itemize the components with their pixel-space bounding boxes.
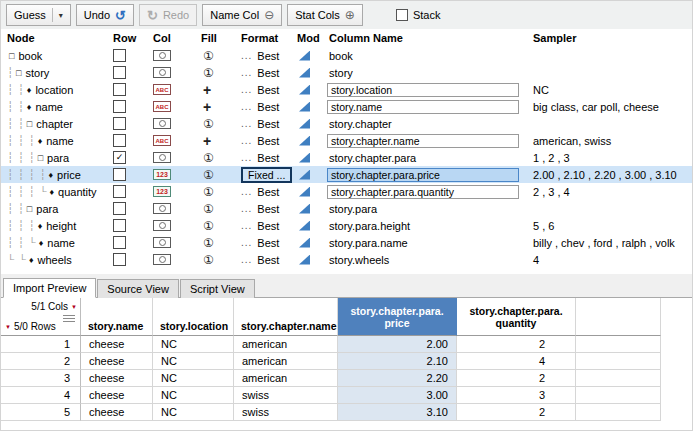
tree-row[interactable]: ┆ ┆ ┆□para ✓ ① ...Best story.chapter.par… — [1, 149, 692, 166]
row-checkbox[interactable] — [113, 49, 126, 62]
circle-one-icon[interactable]: ① — [203, 67, 214, 79]
continuous-modeling-type-icon[interactable] — [299, 136, 310, 146]
format-options-icon[interactable]: ... — [241, 152, 252, 163]
chevron-down-icon[interactable]: ▾ — [59, 11, 63, 20]
row-checkbox[interactable] — [113, 202, 126, 215]
preview-column-header[interactable]: story.chapter.para.quantity — [457, 298, 576, 336]
guess-button[interactable]: Guess ▾ — [6, 4, 71, 26]
circle-one-icon[interactable]: ① — [203, 237, 214, 249]
tree-row[interactable]: └ └♦wheels ① ...Best story.wheels 4 — [1, 251, 692, 268]
format-value[interactable]: Best — [257, 203, 279, 215]
circle-one-icon[interactable]: ① — [203, 50, 214, 62]
row-number[interactable]: 2 — [1, 353, 81, 370]
continuous-modeling-type-icon[interactable] — [299, 204, 310, 214]
tab-import-preview[interactable]: Import Preview — [3, 278, 96, 298]
continuous-modeling-type-icon[interactable] — [299, 68, 310, 78]
row-checkbox[interactable] — [113, 100, 126, 113]
format-selector-focused[interactable]: Fixed ... — [241, 167, 292, 183]
numeric-column-icon[interactable]: 123 — [153, 186, 171, 197]
column-name-input[interactable] — [327, 168, 519, 182]
redo-button[interactable]: ↻ Redo — [139, 4, 197, 26]
preview-column-header[interactable]: story.name — [81, 298, 153, 336]
tab-source-view[interactable]: Source View — [97, 279, 179, 298]
object-node-icon[interactable] — [153, 118, 171, 129]
format-options-icon[interactable]: ... — [241, 135, 252, 146]
object-node-icon[interactable] — [153, 220, 171, 231]
circle-one-icon[interactable]: ① — [203, 186, 214, 198]
format-options-icon[interactable]: ... — [241, 118, 252, 129]
tree-row[interactable]: □book ① ...Best book — [1, 47, 692, 64]
row-checkbox[interactable] — [113, 66, 126, 79]
row-checkbox[interactable]: ✓ — [113, 151, 126, 164]
character-column-icon[interactable]: ABC — [153, 135, 171, 146]
plus-icon[interactable]: + — [203, 135, 211, 147]
format-options-icon[interactable]: ... — [241, 67, 252, 78]
preview-column-header[interactable]: story.location — [153, 298, 234, 336]
rows-count-badge[interactable]: ▼5/0 Rows — [5, 321, 56, 332]
undo-button[interactable]: Undo ↺ — [76, 4, 134, 26]
object-node-icon[interactable] — [153, 152, 171, 163]
tree-row[interactable]: ┆ ┆ ┆ ┆♦price 123 ① Fixed ... 2.00 , 2.1… — [1, 166, 692, 183]
tree-row[interactable]: ┆ ┆ └♦name ① ...Best story.para.name bil… — [1, 234, 692, 251]
red-disclosure-icon[interactable]: ▼ — [71, 304, 77, 310]
tree-row[interactable]: ┆ ┆ ┆♦height ① ...Best story.para.height… — [1, 217, 692, 234]
tab-script-view[interactable]: Script View — [180, 279, 255, 298]
tree-row[interactable]: ┆□story ① ...Best story — [1, 64, 692, 81]
continuous-modeling-type-icon[interactable] — [299, 119, 310, 129]
tree-row[interactable]: ┆ ┆ ┆♦name ABC + ...Best american, swiss — [1, 132, 692, 149]
continuous-modeling-type-icon[interactable] — [299, 153, 310, 163]
continuous-modeling-type-icon[interactable] — [299, 85, 310, 95]
circle-one-icon[interactable]: ① — [203, 169, 214, 181]
tree-row[interactable]: ┆ ┆♦location ABC + ...Best NC — [1, 81, 692, 98]
format-options-icon[interactable]: ... — [241, 203, 252, 214]
circle-one-icon[interactable]: ① — [203, 118, 214, 130]
plus-icon[interactable]: + — [203, 101, 211, 113]
format-value[interactable]: Best — [257, 50, 279, 62]
format-options-icon[interactable]: ... — [241, 50, 252, 61]
stat-cols-button[interactable]: Stat Cols ⊕ — [287, 4, 363, 26]
preview-column-header[interactable] — [576, 298, 661, 336]
preview-column-header[interactable]: story.chapter.name — [234, 298, 338, 336]
object-node-icon[interactable] — [153, 237, 171, 248]
format-value[interactable]: Best — [257, 67, 279, 79]
row-number[interactable]: 3 — [1, 370, 81, 387]
format-value[interactable]: Best — [257, 186, 279, 198]
format-value[interactable]: Best — [257, 254, 279, 266]
preview-corner-panel[interactable]: 5/1 Cols▼ ▼5/0 Rows — [1, 298, 81, 336]
continuous-modeling-type-icon[interactable] — [299, 187, 310, 197]
continuous-modeling-type-icon[interactable] — [299, 238, 310, 248]
format-options-icon[interactable]: ... — [241, 84, 252, 95]
row-checkbox[interactable] — [113, 219, 126, 232]
object-node-icon[interactable] — [153, 50, 171, 61]
preview-column-header[interactable]: story.chapter.para.price — [338, 298, 457, 336]
character-column-icon[interactable]: ABC — [153, 101, 171, 112]
format-value[interactable]: Best — [257, 237, 279, 249]
column-name-input[interactable] — [327, 185, 519, 199]
column-name-input[interactable] — [327, 100, 519, 114]
object-node-icon[interactable] — [153, 254, 171, 265]
circle-one-icon[interactable]: ① — [203, 203, 214, 215]
format-value[interactable]: Best — [257, 101, 279, 113]
row-checkbox[interactable] — [113, 185, 126, 198]
format-value[interactable]: Best — [257, 152, 279, 164]
object-node-icon[interactable] — [153, 67, 171, 78]
format-options-icon[interactable]: ... — [241, 186, 252, 197]
tree-row[interactable]: ┆ ┆□chapter ① ...Best story.chapter — [1, 115, 692, 132]
row-checkbox[interactable] — [113, 168, 126, 181]
object-node-icon[interactable] — [153, 203, 171, 214]
numeric-column-icon[interactable]: 123 — [153, 169, 171, 180]
row-checkbox[interactable] — [113, 253, 126, 266]
circle-one-icon[interactable]: ① — [203, 254, 214, 266]
column-name-input[interactable] — [327, 134, 519, 148]
red-disclosure-icon[interactable]: ▼ — [5, 324, 11, 330]
format-options-icon[interactable]: ... — [241, 254, 252, 265]
stack-checkbox[interactable] — [396, 9, 408, 21]
plus-icon[interactable]: + — [203, 84, 211, 96]
format-options-icon[interactable]: ... — [241, 237, 252, 248]
row-number[interactable]: 4 — [1, 387, 81, 404]
format-value[interactable]: Best — [257, 135, 279, 147]
row-number[interactable]: 1 — [1, 336, 81, 353]
columns-count-badge[interactable]: 5/1 Cols▼ — [31, 301, 77, 312]
format-options-icon[interactable]: ... — [241, 220, 252, 231]
continuous-modeling-type-icon[interactable] — [299, 170, 310, 180]
